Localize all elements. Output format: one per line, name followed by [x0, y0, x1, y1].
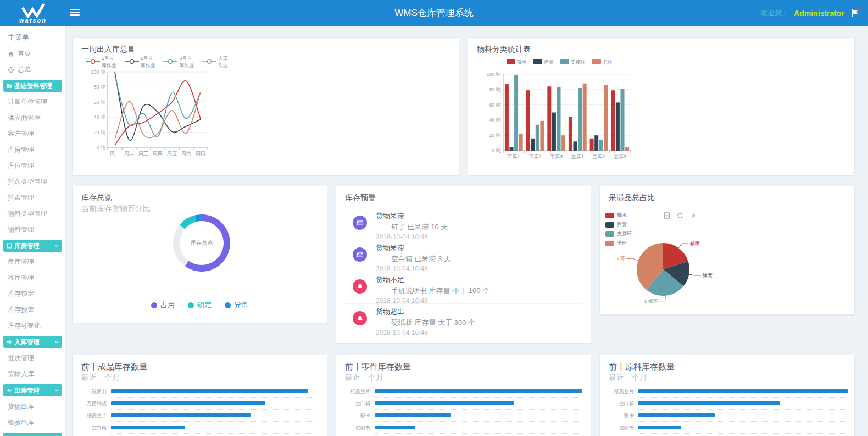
sidebar-item[interactable]: 货物出库 [0, 399, 65, 415]
svg-text:库存总览: 库存总览 [191, 240, 213, 246]
hbar-row[interactable]: 纸质垫片 [605, 386, 848, 398]
legend-item[interactable]: 弹簧 [533, 59, 554, 66]
hbar-row[interactable]: 说明书 [342, 422, 584, 434]
hbar-row[interactable]: 纸质垫片 [78, 410, 320, 422]
sidebar-group[interactable]: 库房管理 [3, 240, 62, 252]
sidebar-item[interactable]: 库存可视化 [0, 318, 65, 334]
legend-label: 支撑环 [571, 59, 586, 66]
sidebar-item[interactable]: 盘库管理 [0, 254, 65, 270]
alert-category: 货物呆滞 [376, 243, 582, 253]
sidebar-item[interactable]: 首页 [0, 46, 65, 62]
sidebar-item[interactable]: 检验出库 [0, 415, 65, 431]
chart-legend[interactable]: 轴承弹簧支撑环卡环 [479, 58, 639, 67]
sidebar-item-label: 库存可视化 [8, 318, 41, 334]
sidebar-item[interactable]: 货物入库 [0, 366, 65, 382]
hbar-gridline [638, 421, 845, 422]
hbar-gridline [111, 409, 318, 410]
alert-row[interactable]: 货物呆滞钉子 已呆滞 10 天2018-10-04 16:48 [345, 208, 582, 240]
hbar-row[interactable]: 说明书 [78, 386, 320, 398]
sidebar-item-label: 总览 [18, 62, 31, 78]
hbar-gridline [111, 397, 318, 398]
svg-text:周六: 周六 [181, 151, 191, 156]
svg-text:平库3: 平库3 [550, 154, 563, 159]
sidebar-group[interactable]: 入库管理 [3, 336, 62, 348]
inventory-overview-donut-chart[interactable]: 库存总览 [73, 202, 327, 290]
sidebar-item[interactable]: 计量单位管理 [0, 94, 65, 110]
hbar-row[interactable]: 空白箱 [78, 422, 320, 434]
donut-legend[interactable]: 占用锁定异常 [73, 292, 327, 310]
top-raw-hbar-chart[interactable]: 纸质垫片空白箱彩卡说明书 [605, 386, 848, 434]
sidebar-item[interactable]: 物料类型管理 [0, 206, 65, 222]
alarm-icon [353, 311, 367, 325]
sidebar-item-label: 库存预警 [8, 302, 34, 318]
svg-text:立库1: 立库1 [571, 154, 584, 159]
legend-item[interactable]: 轴承 [507, 59, 527, 66]
sidebar-item[interactable]: 库存预警 [0, 302, 65, 318]
hbar-row[interactable]: 彩卡 [342, 410, 584, 422]
svg-text:60 吨: 60 吨 [489, 102, 501, 108]
sidebar-item[interactable]: 物料管理 [0, 222, 65, 238]
hbar-row[interactable]: 纸质垫片 [342, 386, 584, 398]
sidebar-item[interactable]: 批次管理 [0, 350, 65, 366]
material-stats-bar-chart[interactable]: 0 吨20 吨40 吨60 吨80 吨100 吨平库1平库2平库3立库1立库2立… [479, 67, 639, 168]
alert-row[interactable]: 货物不足手机说明书 库存量 小于 100 个2018-10-04 16:48 [345, 272, 582, 304]
chart-legend[interactable]: 1号立库作业2号立库作业3号立库作业人工作业 [86, 58, 229, 67]
alert-row[interactable]: 货物呆滞空白箱 已呆滞 3 天2018-10-04 16:48 [345, 240, 582, 272]
svg-text:20 吨: 20 吨 [489, 133, 501, 138]
alert-message: 手机说明书 库存量 小于 100 个 [376, 286, 582, 296]
legend-swatch-icon [592, 59, 601, 65]
sidebar-item[interactable]: 库位管理 [0, 158, 65, 174]
card-inventory-overview: 库存总览 当前库存货物百分比 库存总览 占用锁定异常 [72, 186, 327, 323]
weekly-io-line-chart[interactable]: 0 吨20 吨40 吨60 吨80 吨100 吨周一周二周三周四周五周六周日 [86, 67, 229, 160]
alert-timestamp: 2018-10-04 16:48 [376, 265, 582, 273]
sidebar-item[interactable]: 托盘类型管理 [0, 174, 65, 190]
alert-category: 货物不足 [376, 275, 582, 285]
hbar-bar [638, 413, 715, 417]
card-top-parts: 前十零件库存数量 最近一个月 纸质垫片空白箱彩卡说明书 [336, 355, 591, 436]
legend-item[interactable]: 支撑环 [560, 59, 586, 66]
stagnant-ratio-pie-chart[interactable]: 轴承弹簧支撑环卡环 [600, 208, 854, 316]
hbar-bar [375, 426, 415, 429]
alert-timestamp: 2018-10-04 16:48 [376, 297, 582, 305]
svg-text:80 吨: 80 吨 [489, 87, 501, 92]
username[interactable]: Administrator [794, 9, 844, 18]
sidebar-item-label: 首页 [18, 46, 31, 62]
sidebar-item[interactable]: 托盘管理 [0, 190, 65, 206]
alert-message: 硬纸板 库存量 大于 300 个 [376, 318, 582, 328]
hbar-row[interactable]: 空白箱 [605, 398, 848, 410]
svg-text:卡环: 卡环 [615, 256, 625, 261]
folder-icon [6, 82, 13, 89]
notification-flag-icon[interactable] [849, 8, 860, 19]
hbar-row[interactable]: 空白箱 [342, 398, 584, 410]
sidebar-item-label: 货物入库 [8, 366, 34, 382]
sidebar-item[interactable]: 移库管理 [0, 270, 65, 286]
legend-item[interactable]: 锁定 [188, 300, 212, 310]
sidebar-item[interactable]: 库存锁定 [0, 286, 65, 302]
alert-row[interactable]: 货物超出硬纸板 库存量 大于 300 个2018-10-04 16:48 [345, 304, 582, 335]
alert-message: 空白箱 已呆滞 3 天 [376, 254, 582, 264]
hbar-row[interactable]: 瓦楞纸板 [78, 398, 320, 410]
sidebar-item[interactable]: 客户管理 [0, 126, 65, 142]
top-parts-hbar-chart[interactable]: 纸质垫片空白箱彩卡说明书 [342, 386, 584, 434]
hbar-row[interactable]: 彩卡 [605, 410, 848, 422]
legend-item[interactable]: 异常 [225, 300, 248, 310]
sidebar-group-partial[interactable] [3, 433, 62, 436]
legend-dot-icon [188, 302, 194, 308]
svg-text:平库1: 平库1 [508, 154, 520, 159]
sidebar-item-label: 客户管理 [8, 126, 34, 142]
sidebar-item[interactable]: 总览 [0, 62, 65, 78]
sidebar-group[interactable]: 基础资料管理 [3, 80, 62, 92]
sidebar-item[interactable]: 库房管理 [0, 142, 65, 158]
sidebar-item[interactable]: 供应商管理 [0, 110, 65, 126]
svg-text:周二: 周二 [124, 151, 134, 156]
legend-item[interactable]: 占用 [151, 300, 175, 310]
dashboard-icon [8, 67, 14, 73]
welcome-label: 欢迎您： [760, 8, 789, 18]
legend-item[interactable]: 卡环 [592, 59, 613, 66]
card-subtitle: 最近一个月 [609, 373, 647, 383]
top-finished-hbar-chart[interactable]: 说明书瓦楞纸板纸质垫片空白箱 [78, 386, 320, 434]
card-title: 库存预警 [345, 193, 376, 203]
sidebar-group[interactable]: 出库管理 [3, 384, 62, 396]
hbar-gridline [375, 421, 581, 422]
hbar-row[interactable]: 说明书 [605, 422, 848, 434]
